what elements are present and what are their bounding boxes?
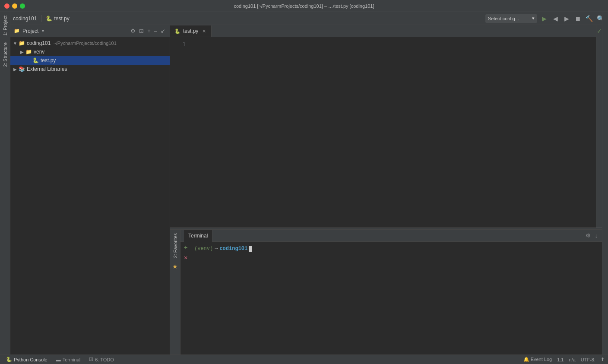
prev-location-button[interactable]: ◀	[551, 14, 560, 23]
content-area: 1: Project 2: Structure 📁 Project ▾ ⚙ ⊡ …	[0, 25, 608, 355]
project-header-actions: ⚙ ⊡ + – ↙	[130, 27, 166, 35]
minimize-button[interactable]	[12, 3, 17, 9]
tree-testpy-item[interactable]: 🐍 test.py	[10, 56, 170, 65]
root-arrow-icon: ▼	[12, 41, 18, 46]
venv-folder-icon: 📁	[25, 48, 32, 55]
project-panel-header: 📁 Project ▾ ⚙ ⊡ + – ↙	[10, 25, 170, 37]
sidebar-item-structure[interactable]: 2: Structure	[1, 39, 10, 70]
favorites-label[interactable]: 2: Favorites	[171, 230, 180, 261]
sidebar-item-project[interactable]: 1: Project	[1, 25, 10, 39]
toolbar: 📁 coding101 🐍 test.py Select config... ▾…	[0, 12, 608, 25]
event-log-icon: 🔔	[523, 357, 529, 362]
tree-venv-item[interactable]: ▶ 📁 venv	[10, 47, 170, 56]
project-panel-dropdown-arrow[interactable]: ▾	[42, 28, 44, 33]
bottom-tab-terminal[interactable]: Terminal	[184, 230, 212, 242]
terminal-content: (venv) → coding101	[193, 244, 598, 353]
tree-root-item[interactable]: ▼ 📁 coding101 ~/PycharmProjects/coding10…	[10, 39, 170, 47]
venv-label: venv	[34, 49, 44, 55]
file-icon: 🐍	[46, 16, 52, 22]
bottom-panel: 2: Favorites ★ Terminal ⚙ ↓	[170, 229, 602, 355]
terminal-arrow-icon: →	[215, 244, 218, 253]
editor-status-check-icon: ✓	[596, 27, 602, 35]
python-console-label: Python Console	[14, 357, 48, 362]
close-button[interactable]	[4, 3, 10, 9]
status-terminal-tab[interactable]: ▬ Terminal	[54, 355, 83, 364]
main-layout: 📁 coding101 🐍 test.py Select config... ▾…	[0, 12, 608, 364]
root-label: coding101	[27, 40, 51, 46]
toolbar-file-section: 🐍 test.py	[46, 16, 69, 22]
titlebar: coding101 [~/PycharmProjects/coding101] …	[0, 0, 608, 12]
outer-right-strip	[602, 12, 608, 355]
build-button[interactable]: 🔨	[585, 14, 593, 23]
traffic-lights	[4, 3, 25, 9]
status-event-log[interactable]: 🔔 Event Log	[523, 357, 552, 362]
terminal-line-1: (venv) → coding101	[194, 244, 597, 253]
editor-plus-bottom: 🐍 test.py ✕ 1 ✓	[170, 25, 602, 228]
outer-left-sidebar: 1: Project 2: Structure	[0, 25, 10, 355]
bottom-panel-inner: 2: Favorites ★ Terminal ⚙ ↓	[170, 230, 602, 355]
right-strip: ✓	[596, 25, 602, 228]
bottom-tab-actions: ⚙ ↓	[585, 231, 599, 240]
bottom-tabs: Terminal ⚙ ↓	[180, 230, 602, 242]
tab-testpy-label: test.py	[183, 28, 198, 34]
terminal-settings-icon[interactable]: ⚙	[585, 231, 592, 240]
extlib-icon: 📚	[18, 66, 25, 73]
tab-py-icon: 🐍	[174, 28, 180, 34]
project-expand-icon[interactable]: +	[146, 27, 152, 35]
status-line-sep[interactable]: n/a	[569, 357, 575, 362]
terminal-cursor	[249, 246, 252, 252]
terminal-minimize-icon[interactable]: ↓	[594, 231, 599, 240]
project-settings-icon[interactable]: ⚙	[130, 27, 136, 35]
next-location-button[interactable]: ▶	[562, 14, 571, 23]
terminal-tab-icon: ▬	[56, 357, 61, 362]
run-config-dropdown[interactable]: Select config... ▾	[485, 14, 537, 23]
project-panel-title: Project	[22, 28, 38, 34]
todo-tab-icon: ☑	[89, 357, 93, 362]
project-collapse-icon[interactable]: –	[153, 27, 158, 35]
terminal-venv-label: (venv)	[194, 244, 213, 253]
favorites-star-icon[interactable]: ★	[172, 261, 178, 272]
status-python-console-tab[interactable]: 🐍 Python Console	[3, 355, 50, 364]
venv-arrow-icon: ▶	[19, 50, 25, 54]
bottom-panel-right: Terminal ⚙ ↓ + ✕	[180, 230, 602, 355]
terminal-add-button[interactable]: +	[184, 244, 193, 251]
tab-close-button[interactable]: ✕	[201, 28, 207, 34]
editor-area: 🐍 test.py ✕ 1	[170, 25, 596, 228]
terminal-tab-label: Terminal	[63, 357, 81, 362]
terminal-close-button[interactable]: ✕	[184, 254, 193, 261]
window-title: coding101 [~/PycharmProjects/coding101] …	[234, 3, 374, 9]
project-hide-icon[interactable]: ↙	[160, 27, 166, 35]
toolbar-separator-1	[41, 15, 41, 22]
testpy-icon: 🐍	[32, 57, 39, 64]
stop-button[interactable]: ⏹	[573, 14, 582, 23]
project-scroll-to-source-icon[interactable]: ⊡	[138, 27, 145, 35]
run-button[interactable]: ▶	[540, 14, 548, 23]
python-console-icon: 🐍	[6, 357, 12, 362]
project-panel: 📁 Project ▾ ⚙ ⊡ + – ↙ ▼ 📁 coding101 ~/Py…	[10, 25, 170, 355]
status-todo-tab[interactable]: ☑ 6: TODO	[86, 355, 117, 364]
root-path: ~/PycharmProjects/coding101	[53, 41, 116, 46]
file-tree: ▼ 📁 coding101 ~/PycharmProjects/coding10…	[10, 37, 170, 355]
testpy-label: test.py	[41, 57, 56, 63]
project-panel-folder-icon: 📁	[14, 28, 20, 34]
maximize-button[interactable]	[20, 3, 25, 9]
editor-tab-testpy[interactable]: 🐍 test.py ✕	[170, 25, 212, 37]
status-encoding[interactable]: UTF-8:	[581, 357, 595, 362]
favorites-strip: 2: Favorites ★	[170, 230, 180, 355]
status-git-icon[interactable]: ⬆	[601, 357, 605, 362]
tree-extlib-item[interactable]: ▶ 📚 External Libraries	[10, 65, 170, 73]
editor-tabs: 🐍 test.py ✕	[170, 25, 596, 37]
status-bar: 🐍 Python Console ▬ Terminal ☑ 6: TODO 🔔 …	[0, 355, 608, 364]
toolbar-file-name: test.py	[54, 16, 69, 22]
editor-column: 🐍 test.py ✕ 1 ✓	[170, 25, 602, 355]
run-config-arrow: ▾	[532, 16, 535, 21]
extlib-label: External Libraries	[27, 66, 67, 72]
terminal-area[interactable]: + ✕ (venv) → coding101	[180, 242, 602, 355]
todo-tab-label: 6: TODO	[95, 357, 114, 362]
editor-content[interactable]: 1	[170, 37, 596, 228]
extlib-arrow-icon: ▶	[12, 67, 18, 72]
terminal-dir-label: coding101	[219, 244, 247, 253]
toolbar-project-name: coding101	[13, 16, 37, 22]
run-config-label: Select config...	[488, 16, 519, 21]
status-position[interactable]: 1:1	[557, 357, 564, 362]
